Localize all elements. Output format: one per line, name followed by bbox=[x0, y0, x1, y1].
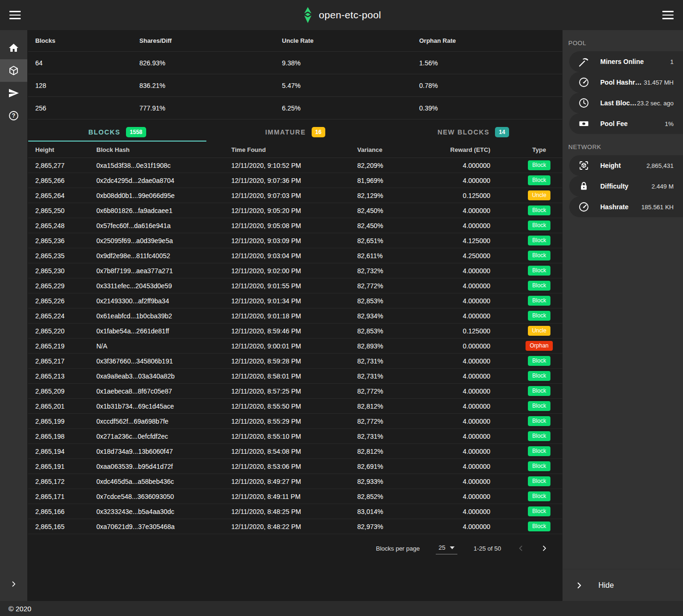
cell-type: Block bbox=[516, 205, 562, 215]
cell-variance: 82,732% bbox=[350, 267, 441, 275]
cell-type: Block bbox=[516, 251, 562, 261]
per-page-select[interactable]: 25 bbox=[436, 542, 457, 554]
cell-hash: 0x21493300...af2ff9ba34 bbox=[89, 297, 224, 305]
cell-type: Block bbox=[516, 175, 562, 185]
cell-type: Block bbox=[516, 386, 562, 396]
cell-reward: 4.000000 bbox=[441, 387, 516, 395]
cell-reward: 4.000000 bbox=[441, 523, 516, 530]
stat-label: Pool Fee bbox=[600, 120, 628, 127]
table-row: 2,865,2090x1aebeca8...8f67c05e8712/11/20… bbox=[28, 384, 562, 399]
cell-time: 12/11/2020, 8:57:25 PM bbox=[224, 387, 350, 395]
sidebar-item-payments[interactable] bbox=[0, 82, 27, 104]
cell-type: Block bbox=[516, 281, 562, 291]
cell-hash: 0x1fabe54a...2661de81ff bbox=[89, 327, 224, 335]
per-page-label: Blocks per page bbox=[376, 545, 420, 552]
cell-variance: 81,969% bbox=[350, 177, 441, 184]
tab-new-blocks[interactable]: NEW BLOCKS 14 bbox=[384, 123, 562, 142]
stat-value: 1% bbox=[665, 120, 674, 127]
table-row: 2,865,2260x21493300...af2ff9ba3412/11/20… bbox=[28, 293, 562, 308]
cell-height: 2,865,209 bbox=[28, 387, 89, 395]
table-row: 2,865,2480x57fec60f...da616e941a12/11/20… bbox=[28, 218, 562, 233]
cell-hash: 0x2dc4295d...2dae0a8704 bbox=[89, 177, 224, 184]
left-menu-icon[interactable] bbox=[9, 11, 21, 19]
cell-reward: 0.125000 bbox=[441, 327, 516, 335]
cell-height: 2,865,266 bbox=[28, 177, 89, 184]
cell-type: Block bbox=[516, 401, 562, 411]
hide-sidebar-button[interactable]: Hide bbox=[563, 569, 683, 601]
type-badge: Block bbox=[528, 476, 550, 486]
app-title: open-etc-pool bbox=[319, 9, 381, 21]
cell-height: 2,865,277 bbox=[28, 162, 89, 169]
cell-time: 12/11/2020, 9:03:04 PM bbox=[224, 252, 350, 260]
pool-fee: Pool Fee 1% bbox=[569, 113, 683, 134]
chevron-right-icon bbox=[575, 581, 583, 590]
table-row: 2,865,1710x7cdce548...363609305012/11/20… bbox=[28, 489, 562, 504]
tab-immature[interactable]: IMMATURE 16 bbox=[206, 123, 385, 142]
pool-hashrate: Pool Hashrate 31.457 MH bbox=[569, 72, 683, 93]
stats-col-uncle: Uncle Rate bbox=[275, 30, 412, 51]
cell-hash: 0x7cdce548...3636093050 bbox=[89, 493, 224, 500]
tab-blocks[interactable]: BLOCKS 1558 bbox=[28, 123, 206, 142]
sidebar-item-blocks[interactable] bbox=[0, 59, 27, 82]
col-time: Time Found bbox=[224, 146, 350, 153]
stats-cell: 5.47% bbox=[275, 74, 412, 96]
cell-type: Block bbox=[516, 476, 562, 486]
table-row: 2,865,219N/A12/11/2020, 9:00:01 PM82,893… bbox=[28, 339, 562, 354]
cell-time: 12/11/2020, 9:02:00 PM bbox=[224, 267, 350, 275]
cell-hash: N/A bbox=[89, 342, 224, 350]
sidebar-expand-button[interactable] bbox=[0, 580, 27, 588]
sidebar-item-help[interactable]: ? bbox=[0, 104, 27, 127]
cell-reward: 4.000000 bbox=[441, 207, 516, 214]
stats-cell: 1.56% bbox=[412, 52, 562, 74]
stats-header-row: Blocks Shares/Diff Uncle Rate Orphan Rat… bbox=[28, 30, 562, 52]
stats-row: 256777.91%6.25%0.39% bbox=[28, 97, 562, 119]
cell-reward: 0.125000 bbox=[441, 192, 516, 199]
cell-time: 12/11/2020, 9:01:55 PM bbox=[224, 282, 350, 290]
right-menu-icon[interactable] bbox=[662, 11, 674, 19]
top-header: open-etc-pool bbox=[0, 0, 683, 30]
cell-hash: 0x9df2e98e...811fc40052 bbox=[89, 252, 224, 260]
cell-variance: 82,812% bbox=[350, 403, 441, 410]
cell-height: 2,865,226 bbox=[28, 297, 89, 305]
cell-hash: 0xdc465d5a...a58beb436c bbox=[89, 478, 224, 485]
cell-time: 12/11/2020, 8:55:10 PM bbox=[224, 433, 350, 440]
cell-time: 12/11/2020, 8:54:08 PM bbox=[224, 448, 350, 455]
cell-height: 2,865,229 bbox=[28, 282, 89, 290]
cell-height: 2,865,224 bbox=[28, 312, 89, 320]
cell-reward: 4.000000 bbox=[441, 162, 516, 169]
cell-variance: 82,731% bbox=[350, 372, 441, 380]
cell-height: 2,865,219 bbox=[28, 342, 89, 350]
cell-type: Orphan bbox=[516, 341, 562, 351]
stats-cell: 6.25% bbox=[275, 97, 412, 119]
stats-cell: 0.78% bbox=[412, 74, 562, 96]
cell-type: Block bbox=[516, 266, 562, 276]
stat-value: 23.2 sec. ago bbox=[637, 100, 674, 107]
cell-height: 2,865,171 bbox=[28, 493, 89, 500]
cell-time: 12/11/2020, 8:59:46 PM bbox=[224, 327, 350, 335]
table-row: 2,865,1980x271a236c...0efcfdf2ec12/11/20… bbox=[28, 429, 562, 444]
cube-scan-icon bbox=[578, 160, 590, 171]
cell-hash: 0xa15d3f38...0e31f1908c bbox=[89, 162, 224, 169]
stat-value: 1 bbox=[670, 58, 674, 65]
type-badge: Block bbox=[528, 461, 550, 471]
cell-reward: 4.000000 bbox=[441, 282, 516, 290]
tab-new-blocks-count-badge: 14 bbox=[495, 127, 509, 137]
stats-col-shares: Shares/Diff bbox=[133, 30, 275, 51]
table-row: 2,865,2640xb08dd0b1...99e066d95e12/11/20… bbox=[28, 188, 562, 203]
cell-reward: 4.000000 bbox=[441, 433, 516, 440]
table-row: 2,865,1990xccdf562f...69a698b7fe12/11/20… bbox=[28, 414, 562, 429]
network-section-title: NETWORK bbox=[563, 134, 683, 155]
type-badge: Block bbox=[528, 431, 550, 441]
type-badge: Block bbox=[528, 266, 550, 276]
cell-variance: 82,731% bbox=[350, 357, 441, 365]
page-range-label: 1-25 of 50 bbox=[473, 545, 501, 552]
cell-variance: 82,973% bbox=[350, 523, 441, 530]
next-page-button[interactable] bbox=[541, 545, 548, 552]
cell-hash: 0x271a236c...0efcfdf2ec bbox=[89, 433, 224, 440]
type-badge: Block bbox=[528, 386, 550, 396]
blocks-table-body: 2,865,2770xa15d3f38...0e31f1908c12/11/20… bbox=[28, 158, 562, 534]
prev-page-button[interactable] bbox=[517, 545, 525, 552]
stat-label: Difficulty bbox=[600, 182, 628, 190]
sidebar-item-home[interactable] bbox=[0, 37, 27, 59]
cell-time: 12/11/2020, 8:55:50 PM bbox=[224, 403, 350, 410]
